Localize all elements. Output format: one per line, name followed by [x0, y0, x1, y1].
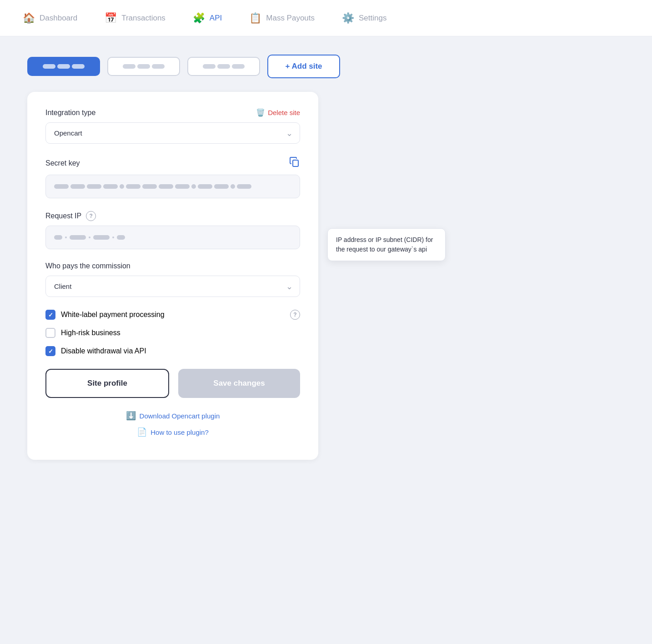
request-ip-field[interactable]: [45, 226, 300, 249]
integration-type-header: Integration type 🗑️ Delete site: [45, 108, 300, 117]
nav-mass-payouts[interactable]: 📋 Mass Payouts: [245, 9, 319, 28]
site-tab-3[interactable]: [187, 57, 260, 76]
nav-settings-label: Settings: [359, 14, 386, 23]
white-label-help-icon[interactable]: ?: [290, 310, 300, 320]
help-icon[interactable]: ?: [86, 211, 96, 221]
request-ip-tooltip: IP address or IP subnet (CIDR) for the r…: [327, 228, 446, 261]
nav-transactions-label: Transactions: [121, 14, 166, 23]
secret-key-label: Secret key: [45, 159, 80, 167]
request-ip-label: Request IP: [45, 212, 81, 220]
commission-section: Who pays the commission Client Merchant …: [45, 262, 300, 297]
how-to-use-link[interactable]: 📄 How to use plugin?: [45, 427, 300, 437]
copy-icon: [289, 156, 300, 167]
site-profile-button[interactable]: Site profile: [45, 369, 169, 398]
white-label-row: ✓ White-label payment processing ?: [45, 310, 300, 320]
download-plugin-label: Download Opencart plugin: [140, 412, 220, 420]
site-tabs: + Add site: [27, 55, 625, 78]
download-icon: ⬇️: [126, 411, 136, 421]
secret-key-header: Secret key: [45, 156, 300, 170]
add-site-button[interactable]: + Add site: [267, 55, 340, 78]
nav-dashboard[interactable]: 🏠 Dashboard: [18, 9, 82, 28]
gear-icon: ⚙️: [342, 12, 354, 24]
nav-dashboard-label: Dashboard: [40, 14, 77, 23]
commission-header: Who pays the commission: [45, 262, 300, 270]
main-card: IP address or IP subnet (CIDR) for the r…: [27, 92, 318, 460]
integration-type-select[interactable]: Opencart WooCommerce Magento Custom: [45, 122, 300, 144]
tab-3-dots: [203, 64, 245, 69]
secret-key-section: Secret key: [45, 156, 300, 198]
how-to-use-label: How to use plugin?: [150, 428, 209, 436]
disable-withdrawal-checkbox[interactable]: ✓: [45, 346, 55, 356]
nav-settings[interactable]: ⚙️ Settings: [337, 9, 391, 28]
nav-api[interactable]: 🧩 API: [188, 9, 226, 28]
high-risk-checkbox[interactable]: [45, 328, 55, 338]
home-icon: 🏠: [23, 12, 35, 24]
tab-2-dots: [123, 64, 165, 69]
svg-rect-0: [293, 160, 298, 166]
secret-key-field: [45, 175, 300, 198]
delete-site-label: Delete site: [268, 109, 300, 116]
doc-icon: 📄: [137, 427, 147, 437]
commission-label: Who pays the commission: [45, 262, 130, 270]
commission-select[interactable]: Client Merchant: [45, 276, 300, 297]
white-label-label: White-label payment processing: [61, 311, 165, 319]
action-buttons: Site profile Save changes: [45, 369, 300, 398]
trash-icon: 🗑️: [256, 108, 265, 117]
high-risk-row: High-risk business: [45, 328, 300, 338]
commission-select-wrapper: Client Merchant ⌄: [45, 276, 300, 297]
copy-icon-button[interactable]: [289, 156, 300, 170]
nav-api-label: API: [210, 14, 222, 23]
navbar: 🏠 Dashboard 📅 Transactions 🧩 API 📋 Mass …: [0, 0, 652, 36]
integration-type-section: Integration type 🗑️ Delete site Opencart…: [45, 108, 300, 144]
disable-withdrawal-label: Disable withdrawal via API: [61, 347, 146, 355]
site-tab-1[interactable]: [27, 57, 100, 76]
nav-transactions[interactable]: 📅 Transactions: [100, 9, 170, 28]
delete-site-button[interactable]: 🗑️ Delete site: [256, 108, 300, 117]
add-site-label: + Add site: [285, 62, 322, 71]
integration-type-select-wrapper: Opencart WooCommerce Magento Custom ⌄: [45, 122, 300, 144]
site-tab-2[interactable]: [107, 57, 180, 76]
request-ip-section: Request IP ?: [45, 211, 300, 249]
list-icon: 📋: [249, 12, 261, 24]
disable-withdrawal-row: ✓ Disable withdrawal via API: [45, 346, 300, 356]
tab-1-dots: [43, 64, 85, 69]
request-ip-header: Request IP ?: [45, 211, 300, 221]
high-risk-label: High-risk business: [61, 329, 120, 337]
save-changes-button[interactable]: Save changes: [178, 369, 300, 398]
calendar-icon: 📅: [105, 12, 117, 24]
page-content: + Add site IP address or IP subnet (CIDR…: [0, 36, 652, 478]
download-plugin-link[interactable]: ⬇️ Download Opencart plugin: [45, 411, 300, 421]
integration-type-label: Integration type: [45, 109, 95, 117]
nav-mass-payouts-label: Mass Payouts: [266, 14, 315, 23]
white-label-checkbox[interactable]: ✓: [45, 310, 55, 320]
puzzle-icon: 🧩: [193, 12, 205, 24]
